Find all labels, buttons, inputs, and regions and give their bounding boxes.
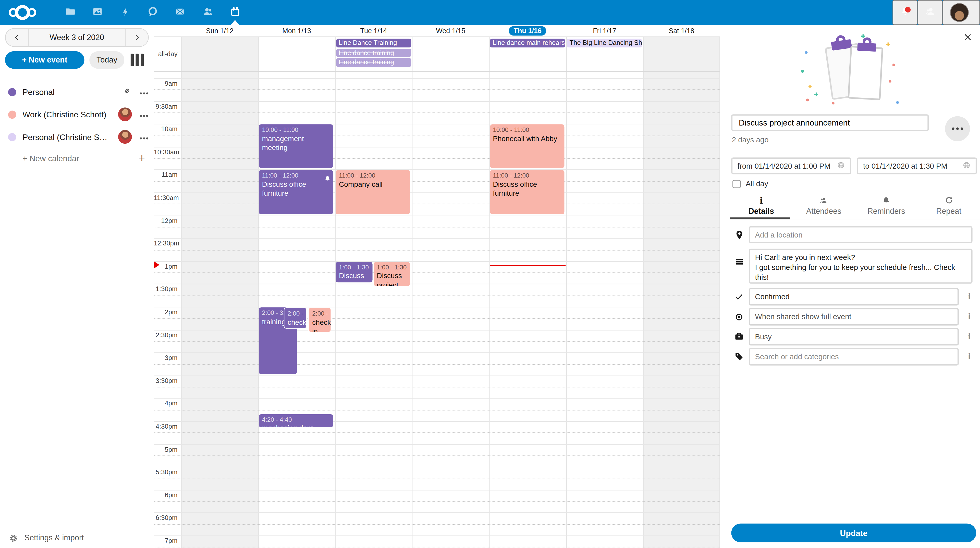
app-talk[interactable] (139, 0, 166, 25)
calendar-item-actions (123, 86, 149, 98)
contacts-icon (202, 6, 213, 19)
event-block[interactable]: 1:00 - 1:30Discuss project (374, 262, 410, 286)
visibility-select[interactable]: When shared show full event (749, 308, 959, 326)
day-header: Sat 1/18 (643, 25, 720, 36)
notifications-button[interactable] (892, 0, 918, 25)
day-header: Fri 1/17 (566, 25, 643, 36)
end-date-field[interactable]: to 01/14/2020 at 1:30 PM (857, 157, 977, 174)
event-block[interactable]: 2:00 - 2:30check-in (284, 307, 307, 328)
visibility-info-icon[interactable]: i (966, 312, 973, 321)
today-header-pill[interactable]: Thu 1/16 (509, 26, 546, 35)
categories-info-icon[interactable]: i (966, 352, 973, 361)
mail-icon (174, 7, 186, 18)
calendar-icon (230, 6, 240, 19)
quarter-gridline (154, 89, 720, 90)
close-button[interactable] (963, 32, 972, 42)
current-time-line (490, 265, 566, 266)
quarter-gridline (154, 341, 720, 342)
view-toggle-icon[interactable] (130, 54, 147, 66)
share-link-icon[interactable] (123, 86, 132, 98)
all-day-checkbox-row[interactable]: All day (732, 179, 768, 188)
start-date-value: from 01/14/2020 at 1:00 PM (738, 162, 830, 170)
tab-attendees[interactable]: Attendees (792, 192, 855, 219)
today-button[interactable]: Today (89, 51, 124, 69)
previous-week-button[interactable] (6, 29, 28, 46)
shared-by-avatar (118, 107, 132, 121)
calendar-list-item[interactable]: Work (Christine Schott) (0, 103, 154, 125)
header-divider (154, 36, 720, 37)
calendar-list-item[interactable]: Personal (Christine Schott) (0, 125, 154, 148)
settings-import-label: Settings & import (24, 534, 84, 542)
event-block[interactable]: 1:00 - 1:30Discuss project announcement (336, 262, 372, 283)
week-label[interactable]: Week 3 of 2020 (28, 29, 126, 46)
contacts-menu-button[interactable] (918, 0, 942, 25)
event-title: management meeting (262, 134, 330, 152)
allday-event[interactable]: Line dance main rehearsal (490, 39, 565, 47)
time-label: 11am (154, 171, 177, 178)
event-block[interactable]: 11:00 - 12:00Company call (336, 170, 410, 214)
event-title-input[interactable] (731, 114, 929, 131)
event-block[interactable]: 10:00 - 11:00management meeting (259, 124, 333, 168)
user-menu-button[interactable] (942, 0, 980, 25)
availability-select[interactable]: Busy (749, 328, 959, 346)
event-title: Discuss project announcement (339, 272, 369, 283)
calendar-grid-body[interactable]: 9am9:30am10am10:30am11am11:30am12pm12:30… (154, 71, 720, 548)
quarter-gridline (154, 318, 720, 319)
repeat-icon (944, 196, 953, 205)
start-date-field[interactable]: from 01/14/2020 at 1:00 PM (731, 157, 851, 174)
next-week-button[interactable] (126, 29, 148, 46)
time-label: 3pm (154, 354, 177, 361)
more-actions-button[interactable] (945, 116, 970, 141)
time-label: 5:30pm (154, 468, 177, 475)
halfhour-gridline (154, 375, 720, 376)
allday-event[interactable]: Line dance training (336, 48, 411, 57)
calendar-list-item[interactable]: Personal (0, 81, 154, 103)
new-event-button[interactable]: + New event (5, 51, 84, 69)
attendees-icon (819, 196, 829, 205)
time-label: 2:30pm (154, 331, 177, 338)
tab-repeat[interactable]: Repeat (918, 192, 980, 219)
modified-timestamp: 2 days ago (732, 135, 769, 144)
day-header: Wed 1/15 (412, 25, 489, 36)
halfhour-gridline (154, 284, 720, 284)
app-contacts[interactable] (194, 0, 221, 25)
description-textarea[interactable]: Hi Carl! are you in next week? I got som… (749, 249, 973, 284)
nextcloud-logo[interactable] (9, 0, 36, 25)
all-day-checkbox[interactable] (732, 179, 741, 188)
availability-info-icon[interactable]: i (966, 332, 973, 341)
event-block[interactable]: 2:00 - 2:30check-in (309, 307, 331, 332)
time-label: 11:30am (154, 194, 177, 201)
location-input[interactable] (749, 226, 973, 243)
calendar-menu-icon[interactable] (139, 109, 149, 120)
update-button[interactable]: Update (731, 524, 976, 542)
app-calendar[interactable] (221, 0, 249, 25)
categories-input[interactable] (749, 348, 959, 365)
halfhour-gridline (154, 490, 720, 490)
event-block[interactable]: 11:00 - 12:00Discuss office furniture (259, 170, 333, 214)
app-files[interactable] (56, 0, 84, 25)
event-block[interactable]: 4:20 - 4:40purchasing dept (259, 414, 333, 427)
calendar-menu-icon[interactable] (139, 86, 149, 97)
timezone-globe-icon[interactable] (837, 161, 845, 171)
app-photos[interactable] (84, 0, 111, 25)
status-select[interactable]: Confirmed (749, 288, 959, 306)
tab-details[interactable]: i Details (730, 192, 792, 219)
time-label: 6pm (154, 491, 177, 498)
status-info-icon[interactable]: i (966, 292, 973, 301)
calendar-menu-icon[interactable] (139, 131, 149, 142)
allday-event[interactable]: Line dance training (336, 58, 411, 67)
tab-reminders[interactable]: Reminders (855, 192, 918, 219)
allday-event[interactable]: Line Dance Training (336, 39, 411, 47)
app-activity[interactable] (111, 0, 139, 25)
app-mail[interactable] (166, 0, 194, 25)
timezone-globe-icon[interactable] (963, 161, 970, 171)
settings-import-button[interactable]: Settings & import (0, 529, 154, 547)
calendar-color-dot (8, 133, 16, 141)
event-block[interactable]: 10:00 - 11:00Phonecall with Abby (490, 124, 564, 168)
event-title: purchasing dept (262, 424, 330, 427)
app-navigation (56, 0, 248, 25)
event-block[interactable]: 11:00 - 12:00Discuss office furniture (490, 170, 564, 214)
new-calendar-button[interactable]: + New calendar + (0, 148, 154, 168)
files-icon (65, 6, 75, 19)
allday-event[interactable]: The Big Line Dancing Show (567, 39, 642, 47)
